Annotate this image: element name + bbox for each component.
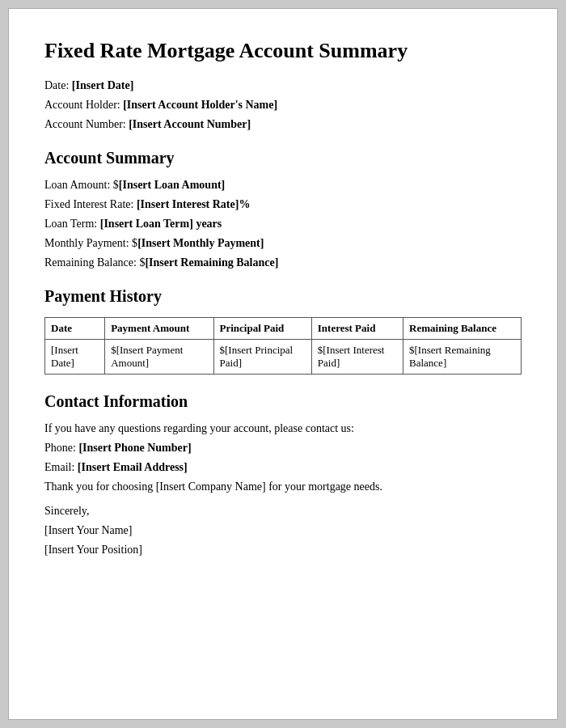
document-title: Fixed Rate Mortgage Account Summary — [44, 38, 522, 63]
loan-amount-placeholder: [Insert Loan Amount] — [119, 179, 225, 191]
phone-label: Phone: — [44, 442, 76, 454]
table-cell: $[Insert Principal Paid] — [213, 340, 311, 375]
col-principal-paid: Principal Paid — [213, 318, 311, 340]
thank-you-text: Thank you for choosing [Insert Company N… — [44, 480, 522, 493]
payment-history-heading: Payment History — [44, 287, 522, 306]
account-number-placeholder: [Insert Account Number] — [129, 118, 251, 130]
interest-rate-line: Fixed Interest Rate: [Insert Interest Ra… — [44, 198, 522, 211]
contact-intro: If you have any questions regarding your… — [44, 422, 522, 435]
payment-history-table: Date Payment Amount Principal Paid Inter… — [44, 317, 522, 375]
email-placeholder: [Insert Email Address] — [78, 461, 188, 473]
monthly-payment-label: Monthly Payment: $ — [44, 237, 137, 249]
email-label: Email: — [44, 461, 74, 473]
contact-information-heading: Contact Information — [44, 392, 522, 411]
holder-label: Account Holder: — [44, 99, 120, 111]
loan-term-suffix: years — [193, 218, 222, 230]
account-number-label: Account Number: — [44, 118, 126, 130]
remaining-balance-label: Remaining Balance: $ — [44, 256, 145, 269]
remaining-balance-line: Remaining Balance: $[Insert Remaining Ba… — [44, 256, 522, 269]
table-cell: $[Insert Payment Amount] — [105, 340, 213, 375]
table-cell: [Insert Date] — [45, 340, 105, 375]
position-placeholder: [Insert Your Position] — [44, 544, 142, 556]
loan-term-placeholder: [Insert Loan Term] — [100, 218, 193, 230]
sincerely-label: Sincerely, — [44, 505, 89, 517]
document-container: Fixed Rate Mortgage Account Summary Date… — [8, 8, 558, 720]
date-label: Date: — [44, 79, 69, 91]
loan-term-line: Loan Term: [Insert Loan Term] years — [44, 218, 522, 231]
monthly-payment-placeholder: [Insert Monthly Payment] — [137, 237, 264, 249]
sincerely-block: Sincerely, [Insert Your Name] [Insert Yo… — [44, 502, 522, 559]
col-payment-amount: Payment Amount — [105, 318, 213, 340]
interest-rate-placeholder: [Insert Interest Rate]% — [137, 198, 250, 210]
loan-amount-label: Loan Amount: $ — [44, 179, 119, 191]
table-header-row: Date Payment Amount Principal Paid Inter… — [45, 318, 522, 340]
table-cell: $[Insert Interest Paid] — [311, 340, 403, 375]
monthly-payment-line: Monthly Payment: $[Insert Monthly Paymen… — [44, 237, 522, 250]
holder-line: Account Holder: [Insert Account Holder's… — [44, 99, 522, 112]
date-line: Date: [Insert Date] — [44, 79, 522, 92]
loan-amount-line: Loan Amount: $[Insert Loan Amount] — [44, 179, 522, 192]
account-number-line: Account Number: [Insert Account Number] — [44, 118, 522, 131]
table-row: [Insert Date]$[Insert Payment Amount]$[I… — [45, 340, 522, 375]
col-remaining-balance: Remaining Balance — [403, 318, 522, 340]
account-summary-heading: Account Summary — [44, 149, 522, 167]
name-placeholder: [Insert Your Name] — [44, 524, 132, 536]
col-interest-paid: Interest Paid — [311, 318, 403, 340]
remaining-balance-placeholder: [Insert Remaining Balance] — [145, 256, 278, 269]
col-date: Date — [45, 318, 105, 340]
email-line: Email: [Insert Email Address] — [44, 461, 522, 474]
phone-line: Phone: [Insert Phone Number] — [44, 442, 522, 455]
loan-term-label: Loan Term: — [44, 218, 97, 230]
phone-placeholder: [Insert Phone Number] — [78, 442, 191, 454]
holder-placeholder: [Insert Account Holder's Name] — [123, 99, 277, 111]
interest-rate-label: Fixed Interest Rate: — [44, 198, 133, 210]
table-cell: $[Insert Remaining Balance] — [403, 340, 522, 375]
date-placeholder: [Insert Date] — [72, 79, 134, 91]
